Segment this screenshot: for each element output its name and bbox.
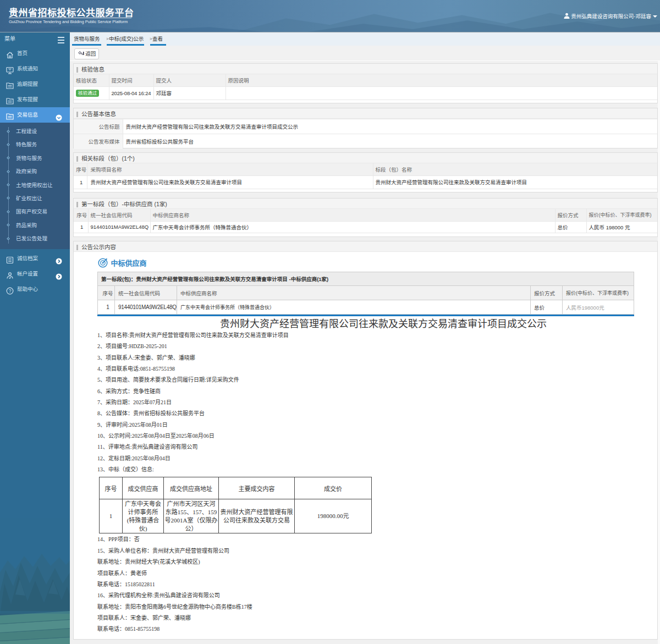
- svg-text:?: ?: [9, 288, 12, 293]
